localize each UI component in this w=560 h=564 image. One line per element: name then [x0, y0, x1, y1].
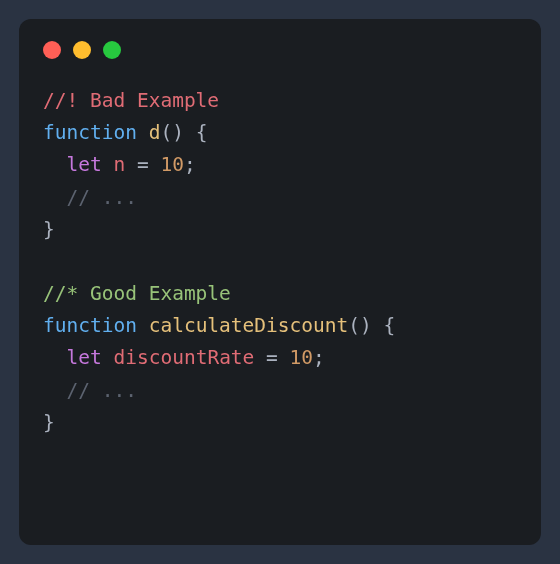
maximize-icon[interactable] — [103, 41, 121, 59]
code-token — [102, 153, 114, 176]
code-line: //! Bad Example — [43, 85, 517, 117]
code-token: calculateDiscount — [149, 314, 349, 337]
code-token: function — [43, 121, 137, 144]
code-line: function calculateDiscount() { — [43, 310, 517, 342]
code-line: // ... — [43, 182, 517, 214]
code-token — [102, 346, 114, 369]
code-token: = — [125, 153, 160, 176]
code-token: 10 — [160, 153, 183, 176]
code-token: //* Good Example — [43, 282, 231, 305]
code-line: // ... — [43, 375, 517, 407]
code-token: let — [66, 153, 101, 176]
code-line: let discountRate = 10; — [43, 342, 517, 374]
code-token: // ... — [66, 186, 136, 209]
code-token — [137, 314, 149, 337]
code-token: () { — [160, 121, 207, 144]
code-token: ; — [313, 346, 325, 369]
code-line: function d() { — [43, 117, 517, 149]
code-token — [43, 346, 66, 369]
code-token: = — [254, 346, 289, 369]
code-token: // ... — [66, 379, 136, 402]
minimize-icon[interactable] — [73, 41, 91, 59]
code-token — [43, 153, 66, 176]
code-line: } — [43, 214, 517, 246]
code-token: () { — [348, 314, 395, 337]
traffic-lights — [43, 41, 517, 59]
code-token: discountRate — [113, 346, 254, 369]
code-line — [43, 246, 517, 278]
close-icon[interactable] — [43, 41, 61, 59]
code-line: let n = 10; — [43, 149, 517, 181]
code-window: //! Bad Examplefunction d() { let n = 10… — [19, 19, 541, 545]
code-token: ; — [184, 153, 196, 176]
code-token — [137, 121, 149, 144]
code-token — [43, 379, 66, 402]
code-token — [43, 186, 66, 209]
code-token: } — [43, 218, 55, 241]
code-line: //* Good Example — [43, 278, 517, 310]
code-token: d — [149, 121, 161, 144]
code-block: //! Bad Examplefunction d() { let n = 10… — [43, 85, 517, 439]
code-token: function — [43, 314, 137, 337]
code-token: 10 — [290, 346, 313, 369]
code-token: n — [113, 153, 125, 176]
code-line: } — [43, 407, 517, 439]
code-token: //! Bad Example — [43, 89, 219, 112]
code-token: } — [43, 411, 55, 434]
code-token: let — [66, 346, 101, 369]
